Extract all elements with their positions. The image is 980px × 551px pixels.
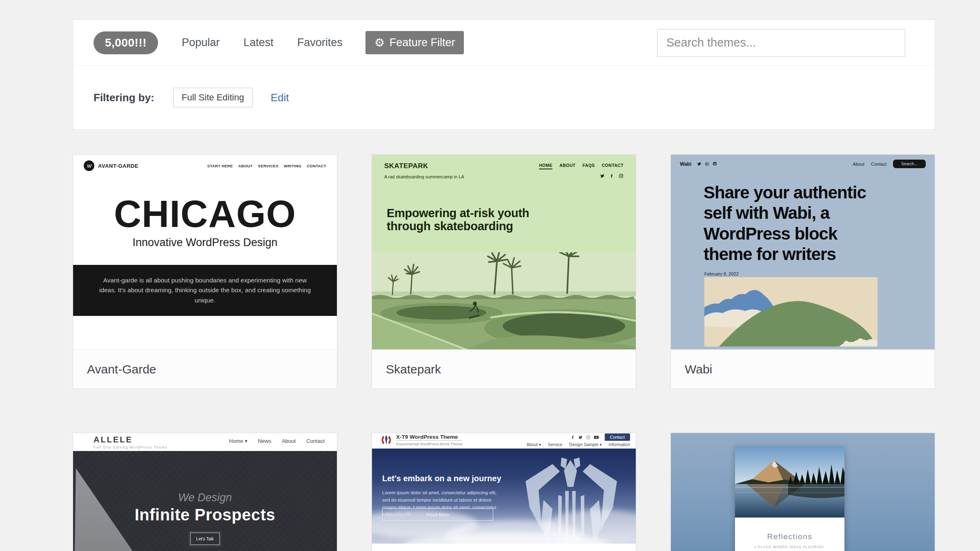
chevron-down-icon: ▾ <box>245 438 247 444</box>
theme-card-skatepark[interactable]: SKATEPARK A rad skateboarding summercamp… <box>372 154 636 389</box>
preview-text-band: Avant-garde is all about pushing boundar… <box>73 265 337 316</box>
preview-eyebrow: We Design <box>73 491 337 504</box>
themes-directory-page: { "toolbar": { "count_badge": "5,000!!!"… <box>0 0 980 551</box>
preview-social-icons: Contact <box>526 433 630 441</box>
preview-headline: Empowering at-risk youth through skatebo… <box>387 207 562 233</box>
theme-grid: w AVANT-GARDE START HERE ABOUT SERVICES … <box>73 154 935 551</box>
preview-hero-subtitle: Innovative WordPress Design <box>73 236 337 249</box>
edit-filters-link[interactable]: Edit <box>271 91 289 104</box>
theme-card-avant-garde[interactable]: w AVANT-GARDE START HERE ABOUT SERVICES … <box>73 154 337 389</box>
preview-headline: Infinite Prospects <box>73 506 337 524</box>
x-t9-hero: Let's embark on a new journey Lorem ipsu… <box>372 449 636 544</box>
preview-site-subtitle: A PLACE WHERE IDEAS FLOURISH. <box>735 545 844 549</box>
preview-tagline: A rad skateboarding summercamp in LA <box>384 174 464 179</box>
search-input[interactable] <box>657 29 905 57</box>
wordpress-icon <box>705 162 709 166</box>
facebook-icon <box>570 435 575 440</box>
reflections-preview: Reflections A PLACE WHERE IDEAS FLOURISH… <box>671 433 935 551</box>
nav-latest[interactable]: Latest <box>243 36 274 49</box>
preview-date: February 8, 2022 <box>704 271 739 276</box>
chevron-down-icon: ▾ <box>539 442 541 447</box>
preview-site-title: Reflections <box>735 532 844 541</box>
preview-nav-contact: Contact <box>871 162 886 167</box>
reflections-inner-card: Reflections A PLACE WHERE IDEAS FLOURISH… <box>735 447 844 551</box>
preview-social-icons <box>600 173 624 178</box>
theme-card-wabi[interactable]: Wabi About Contact Search... Share your … <box>670 154 935 389</box>
preview-social-icons <box>697 162 717 166</box>
theme-card-x-t9[interactable]: X-T9 WordPress Theme Experimental WordPr… <box>372 433 636 551</box>
filter-bar: Filtering by: Full Site Editing Edit <box>73 66 935 129</box>
theme-card-reflections[interactable]: Reflections A PLACE WHERE IDEAS FLOURISH… <box>670 433 935 551</box>
theme-count-badge[interactable]: 5,000!!! <box>94 31 158 54</box>
feature-filter-label: Feature Filter <box>390 36 455 49</box>
github-icon <box>713 162 717 166</box>
preview-tagline: Experimental WordPress Block Theme <box>396 442 463 446</box>
theme-card-footer: Avant-Garde <box>73 349 337 389</box>
theme-card-footer: Skatepark <box>372 349 636 389</box>
preview-nav: HOME ABOUT FAQS CONTACT <box>539 163 624 169</box>
facebook-icon <box>609 173 614 178</box>
filtering-by-label: Filtering by: <box>94 91 154 104</box>
nav-favorites[interactable]: Favorites <box>297 36 343 49</box>
preview-cta-button: Let's Talk <box>190 533 219 545</box>
preview-brand: ALLELE <box>94 435 133 444</box>
skatepark-photo <box>372 252 636 350</box>
x-t9-preview: X-T9 WordPress Theme Experimental WordPr… <box>372 433 636 551</box>
preview-search-button: Search... <box>893 160 926 168</box>
twitter-icon <box>600 173 605 178</box>
preview-nav-about: About <box>853 162 864 167</box>
nav-popular[interactable]: Popular <box>182 36 220 49</box>
preview-headline: Share your authentic self with Wabi, a W… <box>704 182 867 265</box>
themes-toolbar-panel: 5,000!!! Popular Latest Favorites ⚙ Feat… <box>73 20 935 130</box>
theme-card-footer: Wabi <box>671 349 935 389</box>
feature-filter-button[interactable]: ⚙ Feature Filter <box>365 31 464 54</box>
preview-nav: About ▾ Service Design Sample ▾ Informat… <box>526 442 630 447</box>
preview-contact-button: Contact <box>605 433 630 441</box>
theme-name: Avant-Garde <box>87 362 156 376</box>
instagram-icon <box>619 173 624 178</box>
instagram-icon <box>586 435 590 440</box>
preview-cta-button: Read More <box>382 509 493 521</box>
preview-tagline: Full Site Editing WordPress Theme <box>94 445 167 449</box>
theme-name: Skatepark <box>386 362 441 376</box>
toolbar: 5,000!!! Popular Latest Favorites ⚙ Feat… <box>73 20 935 66</box>
preview-nav: Home ▾ News About Contact <box>229 438 325 444</box>
theme-name: Wabi <box>685 362 712 376</box>
theme-card-allele[interactable]: ALLELE Full Site Editing WordPress Theme… <box>73 433 337 551</box>
gear-icon: ⚙ <box>374 37 385 49</box>
preview-brand: Wabi <box>680 161 691 167</box>
preview-nav: START HERE ABOUT SERVICES WRITING CONTAC… <box>207 164 326 168</box>
avant-garde-preview: w AVANT-GARDE START HERE ABOUT SERVICES … <box>73 155 337 350</box>
preview-hero-title: CHICAGO <box>73 192 337 236</box>
wabi-preview: Wabi About Contact Search... Share your … <box>671 155 935 350</box>
allele-hero: We Design Infinite Prospects Let's Talk <box>73 451 337 551</box>
x-t9-logo-icon <box>380 434 392 446</box>
skatepark-preview: SKATEPARK A rad skateboarding summercamp… <box>372 155 636 350</box>
avant-garde-logo-icon: w <box>84 160 94 171</box>
preview-brand: X-T9 WordPress Theme <box>396 434 463 441</box>
allele-preview: ALLELE Full Site Editing WordPress Theme… <box>73 433 337 551</box>
wabi-artwork <box>704 277 878 347</box>
twitter-icon <box>697 162 702 166</box>
youtube-icon <box>594 435 599 440</box>
chevron-down-icon: ▾ <box>599 442 601 447</box>
twitter-icon <box>578 435 583 440</box>
active-filter-tag: Full Site Editing <box>173 88 253 107</box>
preview-brand: SKATEPARK <box>384 162 428 170</box>
preview-lower-section <box>372 544 636 551</box>
preview-headline: Let's embark on a new journey <box>382 474 501 483</box>
mountain-lake-photo <box>735 447 844 518</box>
preview-brand: AVANT-GARDE <box>98 163 138 169</box>
